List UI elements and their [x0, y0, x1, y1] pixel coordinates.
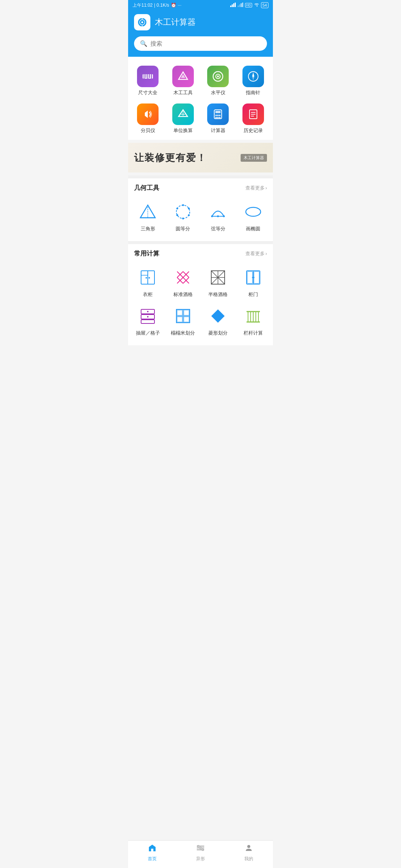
tool-triangle[interactable]: 三角形: [131, 198, 165, 235]
promo-banner[interactable]: 让装修更有爱！ 木工计算器: [128, 143, 273, 172]
quick-item-level[interactable]: 水平仪: [201, 63, 235, 99]
svg-point-34: [217, 115, 219, 116]
svg-point-49: [188, 214, 190, 216]
quick-item-compass[interactable]: 指南针: [237, 63, 270, 99]
ellipse-label: 画椭圆: [246, 226, 260, 232]
app-title: 木工计算器: [155, 17, 196, 28]
search-input[interactable]: [150, 40, 261, 47]
svg-rect-82: [247, 272, 252, 283]
svg-point-57: [246, 207, 261, 216]
railing-label: 栏杆计算: [244, 330, 263, 336]
signal-icon: [230, 3, 236, 8]
svg-rect-88: [141, 320, 154, 323]
tool-drawer[interactable]: 抽屉／格子: [131, 302, 165, 339]
alarm-icon: ⏰: [171, 3, 176, 8]
banner-badge: 木工计算器: [241, 154, 267, 162]
chevron-right-icon: ›: [265, 185, 267, 191]
level-icon: [207, 66, 229, 87]
tool-arc-divide[interactable]: 弦等分: [201, 198, 235, 235]
search-container: 🔍: [128, 36, 273, 57]
calc-section: 常用计算 查看更多 › 衣柜: [128, 244, 273, 345]
triangle-label: 三角形: [141, 226, 155, 232]
svg-point-51: [176, 214, 178, 216]
svg-point-54: [211, 216, 213, 217]
svg-rect-96: [177, 317, 182, 322]
separator-2: [128, 241, 273, 244]
svg-marker-98: [211, 309, 225, 323]
arc-divide-label: 弦等分: [211, 226, 225, 232]
tool-wardrobe[interactable]: 衣柜: [131, 264, 165, 301]
drawer-icon: [137, 305, 159, 327]
drawer-label: 抽屉／格子: [136, 330, 160, 336]
svg-point-37: [217, 117, 219, 118]
status-right: HD 54: [230, 3, 268, 8]
arc-divide-icon: [207, 201, 229, 223]
compass-icon: [242, 66, 264, 87]
compass-label: 指南针: [246, 89, 260, 96]
tool-cabinet-door[interactable]: 柜门: [237, 264, 270, 301]
circle-divide-icon: [172, 201, 194, 223]
svg-rect-2: [233, 3, 234, 7]
svg-point-33: [215, 115, 217, 116]
quick-item-history[interactable]: 历史记录: [237, 101, 270, 137]
tool-half-wine[interactable]: 半格酒格: [201, 264, 235, 301]
svg-rect-0: [230, 6, 231, 7]
wood-tools-label: 木工工具: [173, 89, 193, 96]
tool-railing[interactable]: 栏杆计算: [237, 302, 270, 339]
diamond-label: 菱形划分: [208, 330, 228, 336]
svg-point-89: [147, 311, 149, 312]
level-label: 水平仪: [211, 89, 225, 96]
svg-point-62: [149, 277, 150, 279]
svg-rect-32: [215, 111, 221, 113]
wardrobe-label: 衣柜: [143, 291, 153, 298]
geometry-title: 几何工具: [134, 184, 159, 192]
tool-diamond[interactable]: 菱形划分: [201, 302, 235, 339]
wardrobe-icon: [137, 267, 159, 288]
std-wine-icon: [172, 267, 194, 288]
geometry-more[interactable]: 查看更多 ›: [245, 185, 267, 191]
battery-icon: 54: [261, 3, 268, 8]
svg-rect-3: [235, 3, 236, 7]
svg-point-85: [253, 277, 254, 278]
svg-point-38: [219, 117, 221, 118]
svg-point-47: [182, 204, 184, 206]
tool-circle-divide[interactable]: 圆等分: [166, 198, 200, 235]
quick-item-unit-convert[interactable]: 单位换算: [166, 101, 200, 137]
svg-rect-95: [184, 310, 189, 315]
quick-item-size-guide[interactable]: 尺寸大全: [131, 63, 165, 99]
tool-ellipse[interactable]: 画椭圆: [237, 198, 270, 235]
svg-point-10: [141, 22, 143, 23]
wood-tools-icon: [172, 66, 194, 87]
status-bar: 上午11:02 | 0.1K/s ⏰ ··· HD 54: [128, 0, 273, 10]
svg-rect-17: [149, 74, 150, 78]
svg-point-46: [176, 205, 190, 218]
quick-item-wood-tools[interactable]: 木工工具: [166, 63, 200, 99]
search-bar[interactable]: 🔍: [134, 36, 267, 51]
tool-std-wine[interactable]: 标准酒格: [166, 264, 200, 301]
triangle-icon: [137, 201, 159, 223]
quick-item-decibel[interactable]: 分贝仪: [131, 101, 165, 137]
svg-point-48: [188, 208, 190, 210]
svg-point-36: [215, 117, 217, 118]
separator-1: [128, 175, 273, 178]
svg-rect-94: [177, 310, 182, 315]
svg-point-61: [146, 277, 147, 279]
cabinet-door-label: 柜门: [248, 291, 258, 298]
geometry-section: 几何工具 查看更多 › 三角形: [128, 178, 273, 241]
svg-rect-1: [232, 4, 233, 7]
tool-tatami[interactable]: 榻榻米划分: [166, 302, 200, 339]
svg-rect-97: [184, 317, 189, 322]
railing-icon: [242, 305, 264, 327]
wifi-icon: [254, 3, 260, 8]
svg-rect-4: [238, 6, 239, 7]
half-wine-icon: [207, 267, 229, 288]
svg-line-79: [218, 277, 225, 284]
decibel-label: 分贝仪: [141, 127, 155, 134]
svg-rect-16: [147, 74, 148, 79]
std-wine-label: 标准酒格: [173, 291, 193, 298]
size-guide-label: 尺寸大全: [138, 89, 157, 96]
history-label: 历史记录: [244, 127, 263, 134]
quick-item-calculator[interactable]: 计算器: [201, 101, 235, 137]
hd-badge: HD: [245, 3, 252, 7]
calc-more[interactable]: 查看更多 ›: [245, 250, 267, 257]
